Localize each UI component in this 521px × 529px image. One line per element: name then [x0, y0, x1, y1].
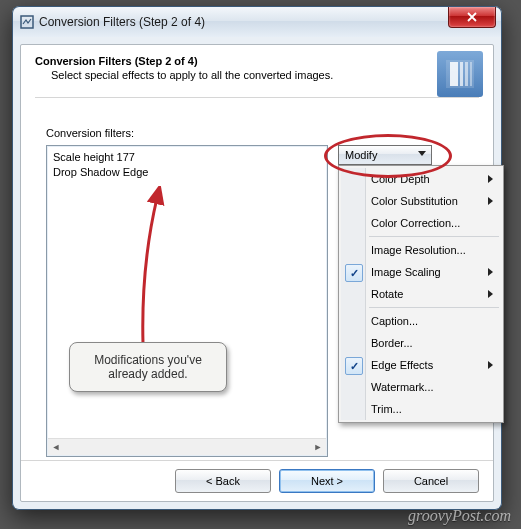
close-icon [467, 12, 477, 22]
wizard-body: Conversion filters: Scale height 177 Dro… [46, 127, 471, 455]
menu-item-label: Caption... [371, 315, 418, 327]
annotation-callout: Modifications you've already added. [69, 342, 227, 392]
page-subtitle: Select special effects to apply to all t… [51, 69, 479, 81]
menu-item-color-correction[interactable]: Color Correction... [341, 212, 501, 234]
menu-item-rotate[interactable]: Rotate [341, 283, 501, 305]
window-title: Conversion Filters (Step 2 of 4) [39, 15, 205, 29]
button-label: < Back [206, 475, 240, 487]
menu-item-image-scaling[interactable]: ✓ Image Scaling [341, 261, 501, 283]
submenu-arrow-icon [488, 175, 493, 183]
menu-item-color-depth[interactable]: Color Depth [341, 168, 501, 190]
dialog-window: Conversion Filters (Step 2 of 4) Convers… [12, 6, 502, 510]
dropdown-label: Modify [345, 149, 377, 161]
menu-item-label: Edge Effects [371, 359, 433, 371]
menu-separator [369, 236, 499, 237]
svg-rect-2 [450, 62, 458, 86]
source-watermark: groovyPost.com [408, 507, 511, 525]
filters-label: Conversion filters: [46, 127, 471, 139]
check-icon: ✓ [345, 357, 363, 375]
menu-item-label: Color Substitution [371, 195, 458, 207]
menu-item-label: Watermark... [371, 381, 434, 393]
app-icon [19, 14, 35, 30]
titlebar[interactable]: Conversion Filters (Step 2 of 4) [12, 6, 502, 37]
annotation-arrow [127, 186, 207, 356]
menu-item-trim[interactable]: Trim... [341, 398, 501, 420]
submenu-arrow-icon [488, 290, 493, 298]
menu-item-caption[interactable]: Caption... [341, 310, 501, 332]
menu-item-border[interactable]: Border... [341, 332, 501, 354]
cancel-button[interactable]: Cancel [383, 469, 479, 493]
window-body: Conversion Filters (Step 2 of 4) Select … [12, 37, 502, 510]
svg-rect-4 [465, 62, 468, 86]
menu-item-watermark[interactable]: Watermark... [341, 376, 501, 398]
content-panel: Conversion Filters (Step 2 of 4) Select … [20, 44, 494, 502]
next-button[interactable]: Next > [279, 469, 375, 493]
page-title: Conversion Filters (Step 2 of 4) [35, 55, 479, 67]
list-item[interactable]: Drop Shadow Edge [53, 165, 321, 180]
horizontal-scrollbar[interactable]: ◄ ► [48, 438, 326, 455]
callout-text: already added. [78, 367, 218, 381]
wizard-header: Conversion Filters (Step 2 of 4) Select … [21, 45, 493, 110]
menu-item-label: Trim... [371, 403, 402, 415]
menu-item-label: Image Resolution... [371, 244, 466, 256]
menu-item-label: Color Depth [371, 173, 430, 185]
wizard-footer: < Back Next > Cancel [21, 460, 493, 501]
filters-listbox[interactable]: Scale height 177 Drop Shadow Edge ◄ ► Mo… [46, 145, 328, 457]
divider [35, 97, 479, 98]
submenu-arrow-icon [488, 197, 493, 205]
list-item[interactable]: Scale height 177 [53, 150, 321, 165]
svg-rect-3 [460, 62, 463, 86]
menu-separator [369, 307, 499, 308]
menu-item-edge-effects[interactable]: ✓ Edge Effects [341, 354, 501, 376]
menu-item-image-resolution[interactable]: Image Resolution... [341, 239, 501, 261]
button-label: Cancel [414, 475, 448, 487]
svg-rect-5 [470, 62, 472, 86]
menu-item-label: Rotate [371, 288, 403, 300]
modify-dropdown[interactable]: Modify [338, 145, 432, 165]
submenu-arrow-icon [488, 268, 493, 276]
scroll-right-icon[interactable]: ► [310, 439, 326, 455]
close-button[interactable] [448, 7, 496, 28]
button-label: Next > [311, 475, 343, 487]
menu-item-label: Color Correction... [371, 217, 460, 229]
scroll-left-icon[interactable]: ◄ [48, 439, 64, 455]
menu-item-color-substitution[interactable]: Color Substitution [341, 190, 501, 212]
menu-item-label: Border... [371, 337, 413, 349]
chevron-down-icon [418, 151, 426, 156]
check-icon: ✓ [345, 264, 363, 282]
back-button[interactable]: < Back [175, 469, 271, 493]
menu-item-label: Image Scaling [371, 266, 441, 278]
wizard-icon [437, 51, 483, 97]
callout-text: Modifications you've [78, 353, 218, 367]
submenu-arrow-icon [488, 361, 493, 369]
modify-menu: Color Depth Color Substitution Color Cor… [338, 165, 504, 423]
